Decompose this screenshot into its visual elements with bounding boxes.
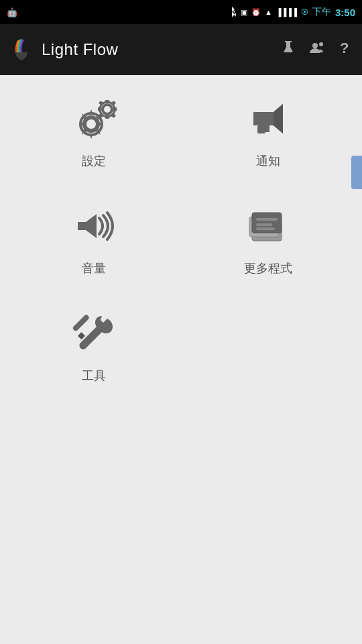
svg-rect-7	[105, 100, 109, 103]
status-bar-left: 🤖	[7, 7, 17, 17]
svg-rect-15	[253, 112, 274, 125]
bluetooth-icon	[229, 6, 237, 19]
volume-icon	[70, 203, 118, 249]
volume-label: 音量	[82, 260, 106, 276]
more-apps-icon	[244, 203, 292, 249]
tools-label: 工具	[82, 368, 106, 384]
svg-rect-23	[72, 314, 90, 332]
data-icon: ⦿	[301, 8, 308, 16]
more-apps-icon-wrap	[241, 203, 295, 250]
wifi-icon: ▲	[265, 8, 272, 16]
menu-grid: 設定 通知	[13, 95, 349, 384]
volume-item[interactable]: 音量	[13, 203, 174, 276]
svg-rect-22	[256, 227, 275, 230]
help-icon[interactable]: ?	[338, 40, 353, 60]
status-bar-right: ▣ ⏰ ▲ ▐▐▐▐ ⦿ 下午 3:50	[229, 6, 355, 19]
svg-rect-21	[256, 223, 272, 226]
svg-rect-9	[98, 107, 101, 111]
svg-rect-8	[105, 115, 109, 119]
settings-item[interactable]: 設定	[13, 95, 174, 169]
svg-rect-20	[256, 218, 278, 221]
svg-point-1	[319, 42, 323, 46]
clock-icon: ⏰	[251, 8, 261, 17]
app-title: Light Flow	[42, 40, 272, 59]
svg-point-3	[84, 117, 98, 131]
notifications-item[interactable]: 通知	[188, 95, 349, 169]
status-bar: 🤖 ▣ ⏰ ▲ ▐▐▐▐ ⦿ 下午 3:50	[0, 0, 362, 24]
svg-point-0	[312, 43, 318, 48]
svg-rect-16	[257, 125, 265, 133]
beaker-icon[interactable]	[280, 40, 296, 60]
more-apps-item[interactable]: 更多程式	[188, 203, 349, 276]
notification-icon	[244, 96, 292, 142]
more-apps-label: 更多程式	[244, 260, 292, 276]
tools-icon-wrap	[67, 310, 121, 357]
svg-rect-10	[113, 107, 117, 111]
ampm-label: 下午	[312, 6, 331, 18]
tools-item[interactable]: 工具	[13, 310, 174, 384]
notification-icon-wrap	[241, 95, 295, 142]
android-icon: 🤖	[7, 7, 17, 17]
sim-icon: ▣	[241, 8, 247, 17]
app-bar: Light Flow ?	[0, 24, 362, 75]
status-time: 3:50	[335, 7, 355, 18]
svg-text:?: ?	[340, 40, 349, 56]
signal-icon: ▐▐▐▐	[276, 8, 297, 16]
main-content: 設定 通知	[0, 75, 362, 644]
notifications-label: 通知	[256, 153, 280, 169]
settings-icon-wrap	[67, 95, 121, 142]
tools-icon	[70, 311, 118, 356]
app-bar-actions: ?	[280, 40, 353, 60]
community-icon[interactable]	[308, 40, 326, 60]
settings-icon	[70, 96, 118, 142]
side-tab[interactable]	[351, 156, 362, 189]
svg-point-5	[103, 105, 112, 114]
app-logo	[9, 38, 34, 62]
svg-rect-24	[78, 332, 85, 339]
settings-label: 設定	[82, 153, 106, 169]
volume-icon-wrap	[67, 203, 121, 250]
